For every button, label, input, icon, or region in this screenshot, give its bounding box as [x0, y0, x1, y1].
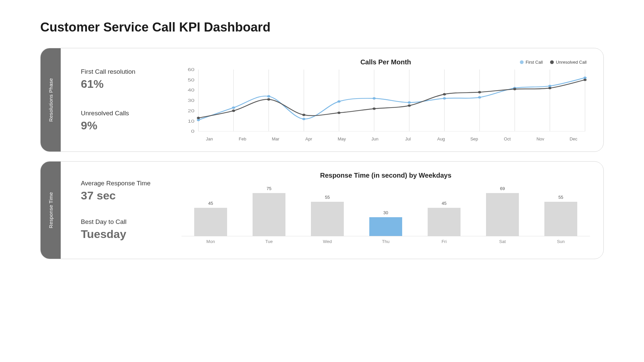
bar-value-label: 45	[442, 201, 446, 206]
x-tick-label: Fri	[415, 236, 473, 244]
svg-point-20	[197, 119, 200, 121]
bar-slot: 55	[532, 186, 590, 236]
svg-point-35	[302, 114, 306, 116]
legend-item-first-call: First Call	[520, 60, 543, 65]
metric-unresolved-calls: Unresolved Calls 9%	[81, 110, 175, 132]
svg-text:30: 30	[188, 98, 195, 103]
bar-slot: 45	[415, 186, 473, 236]
x-tick-label: Wed	[298, 236, 357, 244]
response-time-chart: Response Time (in second) by Weekdays 45…	[181, 172, 590, 249]
bar-slot: 69	[473, 186, 532, 236]
x-tick-label: Apr	[292, 136, 325, 141]
bar-slot: 55	[298, 186, 357, 236]
side-label-text: Response Time	[48, 192, 54, 228]
card-side-label: Response Time	[41, 162, 61, 259]
bar	[253, 193, 285, 236]
chart-legend: First Call Unresolved Call	[520, 60, 587, 65]
svg-point-28	[478, 96, 481, 99]
svg-point-37	[373, 108, 376, 110]
svg-point-26	[408, 101, 411, 104]
bar-slot: 45	[181, 186, 240, 236]
x-tick-label: Oct	[491, 136, 524, 141]
x-tick-label: Aug	[425, 136, 458, 141]
page-title: Customer Service Call KPI Dashboard	[40, 20, 604, 35]
legend-dot-icon	[520, 60, 524, 64]
svg-point-43	[583, 79, 587, 81]
legend-item-unresolved: Unresolved Call	[550, 60, 587, 65]
bar	[544, 202, 577, 236]
metric-best-day: Best Day to Call Tuesday	[81, 218, 175, 241]
x-tick-label: Mar	[259, 136, 292, 141]
bar-value-label: 69	[500, 186, 505, 191]
svg-point-24	[337, 100, 341, 103]
legend-label: Unresolved Call	[556, 60, 587, 65]
legend-label: First Call	[526, 60, 543, 65]
metric-avg-response-time: Average Response Time 37 sec	[81, 180, 175, 202]
x-tick-label: May	[325, 136, 359, 141]
svg-text:0: 0	[191, 129, 195, 133]
x-tick-label: Nov	[524, 136, 557, 141]
svg-point-42	[548, 87, 552, 89]
x-tick-label: Mon	[181, 236, 240, 244]
bar	[428, 208, 460, 236]
svg-point-38	[408, 104, 411, 107]
metric-value: Tuesday	[81, 228, 175, 241]
svg-point-32	[197, 117, 200, 119]
x-tick-label: Sun	[532, 236, 590, 244]
svg-point-23	[302, 118, 306, 120]
metric-value: 61%	[81, 77, 175, 90]
svg-text:10: 10	[188, 119, 195, 123]
x-tick-label: Tue	[240, 236, 298, 244]
bar-value-label: 75	[267, 186, 271, 191]
svg-point-25	[373, 97, 376, 100]
svg-point-22	[267, 95, 270, 98]
bar	[369, 217, 402, 236]
bar-slot: 75	[240, 186, 298, 236]
x-tick-label: Jun	[358, 136, 391, 141]
x-tick-label: Jan	[193, 136, 226, 141]
line-chart-x-labels: JanFebMarAprMayJunJulAugSepOctNovDec	[181, 136, 590, 141]
bar-slot: 30	[357, 186, 415, 236]
svg-text:60: 60	[188, 68, 195, 72]
chart-title: Response Time (in second) by Weekdays	[181, 172, 590, 179]
metric-first-call-resolution: First Call resolution 61%	[81, 68, 175, 90]
bar-value-label: 30	[383, 210, 388, 215]
svg-text:40: 40	[188, 88, 195, 93]
x-tick-label: Sep	[458, 136, 491, 141]
card-side-label: Resolutions Phase	[41, 48, 61, 152]
svg-point-31	[583, 76, 587, 79]
svg-point-34	[267, 98, 270, 101]
x-tick-label: Dec	[557, 136, 590, 141]
response-time-card: Response Time Average Response Time 37 s…	[40, 161, 604, 259]
legend-dot-icon	[550, 60, 554, 64]
line-chart-svg-container: 0102030405060	[181, 68, 590, 136]
x-tick-label: Jul	[391, 136, 425, 141]
bar-value-label: 55	[558, 195, 563, 200]
bar-chart-x-labels: MonTueWedThuFriSatSun	[181, 236, 590, 244]
bar	[486, 193, 519, 236]
metric-value: 9%	[81, 119, 175, 132]
metric-label: First Call resolution	[81, 68, 175, 75]
svg-text:50: 50	[188, 77, 195, 82]
metric-value: 37 sec	[81, 189, 175, 202]
svg-point-33	[232, 110, 235, 112]
svg-point-27	[443, 97, 446, 100]
resolutions-phase-card: Resolutions Phase First Call resolution …	[40, 48, 604, 152]
svg-text:20: 20	[188, 108, 195, 113]
svg-point-39	[443, 93, 446, 96]
svg-point-41	[513, 88, 517, 90]
metric-label: Average Response Time	[81, 180, 175, 187]
metric-label: Best Day to Call	[81, 218, 175, 226]
bar-chart-container: 45755530456955	[181, 186, 590, 236]
x-tick-label: Feb	[226, 136, 259, 141]
svg-point-40	[478, 91, 481, 94]
bar-value-label: 55	[325, 195, 330, 200]
x-tick-label: Sat	[473, 236, 532, 244]
calls-per-month-chart: Calls Per Month First Call Unresolved Ca…	[181, 58, 590, 141]
x-tick-label: Thu	[357, 236, 415, 244]
bar-value-label: 45	[208, 201, 213, 206]
metric-label: Unresolved Calls	[81, 110, 175, 117]
svg-point-36	[337, 112, 341, 114]
svg-point-21	[232, 107, 235, 109]
svg-point-30	[548, 85, 552, 87]
